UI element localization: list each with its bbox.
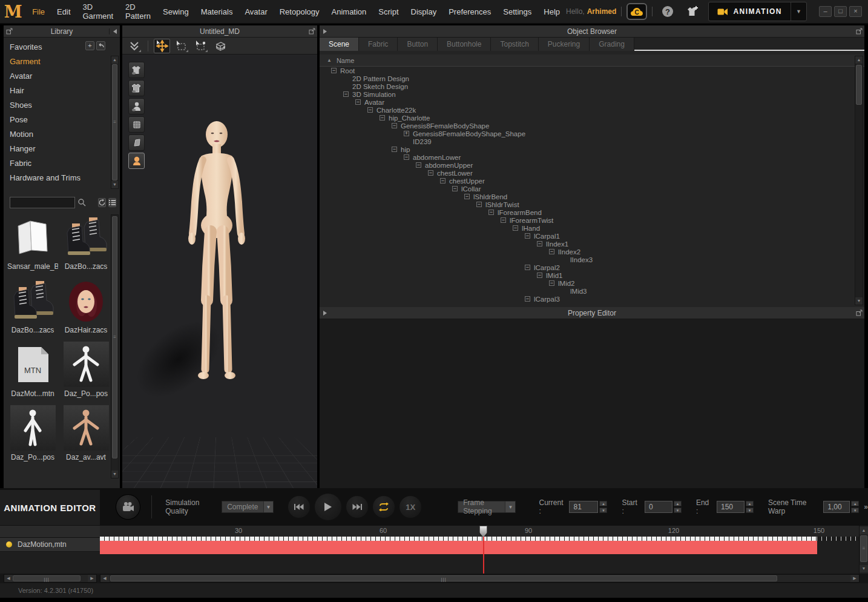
- collapse-left-icon[interactable]: [109, 28, 120, 35]
- spin-up-icon[interactable]: ▲: [851, 501, 859, 506]
- tree-row[interactable]: − lHand: [320, 224, 855, 232]
- library-asset[interactable]: DazBo...zacs: [7, 278, 58, 334]
- library-category-item[interactable]: Shoes: [4, 98, 109, 113]
- tree-toggle-icon[interactable]: +: [404, 131, 409, 136]
- tree-row[interactable]: − Genesis8FemaleBodyShape: [320, 122, 855, 130]
- gizmo-box-icon[interactable]: [212, 39, 228, 53]
- tree-row[interactable]: − chestUpper: [320, 177, 855, 185]
- show-pattern-icon[interactable]: [128, 134, 145, 151]
- tree-row[interactable]: 2D Pattern Design: [320, 74, 855, 82]
- tree-toggle-icon[interactable]: −: [501, 217, 506, 223]
- frame-tick-strip[interactable]: [100, 537, 817, 541]
- refresh-icon[interactable]: [98, 198, 106, 207]
- tree-row[interactable]: − lMid2: [320, 279, 855, 287]
- menu-item[interactable]: Display: [405, 7, 443, 16]
- library-asset[interactable]: DazBo...zacs: [61, 214, 111, 271]
- motion-clip-bar[interactable]: [100, 541, 817, 554]
- simulation-quality-dropdown[interactable]: Complete ▼: [222, 501, 274, 513]
- help-button[interactable]: ?: [657, 3, 678, 20]
- spin-up-icon[interactable]: ▲: [599, 501, 607, 506]
- tree-toggle-icon[interactable]: −: [343, 91, 349, 97]
- search-icon[interactable]: [77, 198, 86, 207]
- tree-row[interactable]: − Charlotte22k: [320, 106, 855, 114]
- tree-toggle-icon[interactable]: −: [392, 123, 397, 128]
- playhead-marker-icon[interactable]: [479, 526, 487, 537]
- popout-icon[interactable]: [4, 28, 15, 35]
- popout-icon[interactable]: [853, 309, 864, 316]
- tree-toggle-icon[interactable]: −: [428, 170, 433, 176]
- go-to-end-button[interactable]: [346, 496, 368, 518]
- tree-toggle-icon[interactable]: −: [525, 296, 530, 302]
- tree-row[interactable]: − Root: [320, 67, 855, 74]
- tree-toggle-icon[interactable]: −: [440, 178, 446, 184]
- tree-toggle-icon[interactable]: −: [331, 68, 337, 73]
- scroll-down-icon[interactable]: ▼: [855, 297, 863, 305]
- tree-row[interactable]: − abdomenLower: [320, 153, 855, 161]
- menu-item[interactable]: 2D Pattern: [119, 2, 157, 21]
- scroll-right-icon[interactable]: ▶: [850, 575, 859, 582]
- play-button[interactable]: [315, 494, 341, 520]
- undo-icon[interactable]: [96, 41, 105, 50]
- menu-item[interactable]: Preferences: [442, 7, 497, 16]
- tree-toggle-icon[interactable]: −: [367, 107, 373, 113]
- menu-item[interactable]: Help: [538, 7, 566, 16]
- pin-select-icon[interactable]: [192, 39, 209, 53]
- go-to-start-button[interactable]: [288, 496, 310, 518]
- scroll-up-icon[interactable]: ▲: [855, 56, 863, 64]
- tree-row[interactable]: − lForearmBend: [320, 208, 855, 216]
- tab[interactable]: Puckering: [539, 38, 590, 51]
- library-hscrollbar[interactable]: ◀ ||| ▶: [4, 574, 97, 583]
- scene-time-warp-spinner[interactable]: 1,00 ▲▼: [823, 501, 859, 513]
- tree-row[interactable]: − hip_Charlotte: [320, 114, 855, 122]
- spin-up-icon[interactable]: ▲: [674, 501, 682, 506]
- menu-item[interactable]: Edit: [51, 7, 76, 16]
- library-asset[interactable]: Daz_Po...pos: [7, 405, 58, 461]
- search-input[interactable]: [10, 197, 75, 208]
- library-category-item[interactable]: Hanger: [4, 142, 109, 156]
- scroll-right-icon[interactable]: ▶: [88, 575, 96, 582]
- loop-toggle-icon[interactable]: [373, 496, 395, 518]
- tree-toggle-icon[interactable]: −: [537, 273, 542, 278]
- tree-row[interactable]: lIndex3: [320, 256, 855, 263]
- tree-toggle-icon[interactable]: −: [513, 225, 518, 231]
- tree-row[interactable]: − lCarpal2: [320, 263, 855, 271]
- tree-toggle-icon[interactable]: −: [537, 241, 542, 246]
- tree-row[interactable]: − lIndex1: [320, 240, 855, 248]
- scroll-down-icon[interactable]: ▼: [111, 181, 118, 188]
- tree-row[interactable]: − lShldrBend: [320, 193, 855, 200]
- show-quilting-icon[interactable]: [128, 116, 145, 133]
- library-category-item[interactable]: Motion: [4, 127, 109, 142]
- tree-toggle-icon[interactable]: −: [404, 154, 409, 160]
- tree-row[interactable]: − lCarpal1: [320, 232, 855, 240]
- menu-item[interactable]: Materials: [195, 7, 239, 16]
- library-asset[interactable]: Daz_Po...pos: [61, 342, 111, 398]
- menu-item[interactable]: Sewing: [157, 7, 195, 16]
- simulate-icon[interactable]: [126, 39, 142, 53]
- tree-column-header[interactable]: ▲ Name: [320, 55, 864, 67]
- spin-down-icon[interactable]: ▼: [599, 508, 607, 513]
- tree-scrollbar[interactable]: ▲ ▼: [855, 56, 863, 305]
- playback-speed-button[interactable]: 1X: [399, 496, 421, 518]
- tree-row[interactable]: − abdomenUpper: [320, 161, 855, 169]
- tree-toggle-icon[interactable]: −: [488, 210, 494, 215]
- tree-toggle-icon[interactable]: −: [525, 265, 530, 270]
- end-frame-spinner[interactable]: 150 ▲▼: [717, 501, 754, 513]
- tab[interactable]: Grading: [590, 38, 634, 51]
- record-button[interactable]: [116, 494, 140, 520]
- popout-icon[interactable]: [306, 28, 317, 35]
- minimize-button[interactable]: –: [819, 6, 832, 17]
- library-category-item[interactable]: Avatar: [4, 69, 109, 84]
- scroll-left-icon[interactable]: ◀: [100, 575, 109, 582]
- library-category-item[interactable]: Fabric: [4, 156, 109, 171]
- tree-row[interactable]: − lForearmTwist: [320, 216, 855, 224]
- menu-item[interactable]: Script: [372, 7, 404, 16]
- tree-toggle-icon[interactable]: −: [549, 280, 554, 286]
- tree-row[interactable]: − lShldrTwist: [320, 200, 855, 208]
- mode-selector[interactable]: ANIMATION ▼: [708, 2, 807, 21]
- tree-row[interactable]: + Genesis8FemaleBodyShape_Shape: [320, 130, 855, 137]
- viewport-scene[interactable]: [122, 55, 317, 488]
- tree-row[interactable]: − chestLower: [320, 169, 855, 177]
- tree-toggle-icon[interactable]: −: [380, 115, 385, 121]
- timeline-track-header[interactable]: DazMotion,mtn: [0, 538, 100, 552]
- tree-toggle-icon[interactable]: −: [525, 233, 530, 239]
